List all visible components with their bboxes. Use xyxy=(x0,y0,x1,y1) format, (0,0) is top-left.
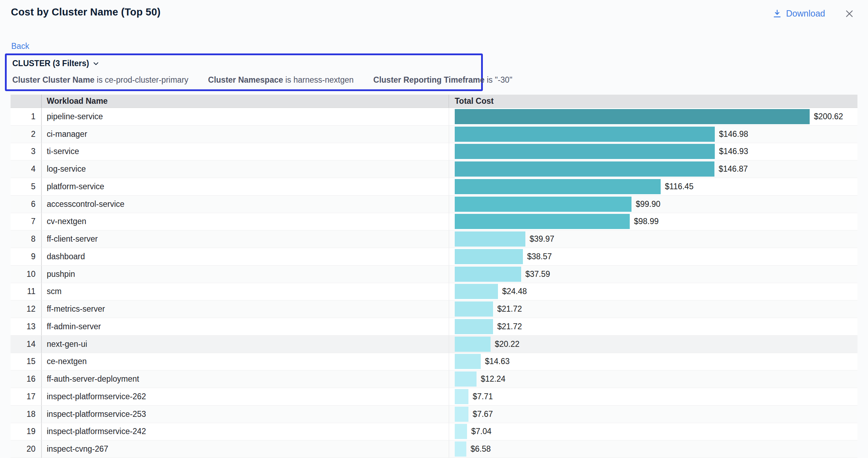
table-row[interactable]: 2 ci-manager $146.98 xyxy=(11,126,857,143)
filter-items: Cluster Cluster Name is ce-prod-cluster-… xyxy=(12,75,475,85)
cost-value: $99.90 xyxy=(636,199,660,209)
cost-bar xyxy=(455,179,661,194)
row-workload-name: pipeline-service xyxy=(42,108,449,125)
filter-operator: is xyxy=(285,75,291,84)
filter-field: Cluster Cluster Name xyxy=(12,75,95,84)
cost-bar xyxy=(455,319,493,334)
filter-chip-reporting-timeframe[interactable]: Cluster Reporting Timeframe is "-30" xyxy=(373,75,512,85)
row-total-cost: $38.57 xyxy=(449,248,857,265)
row-rank: 18 xyxy=(11,406,42,423)
row-total-cost: $99.90 xyxy=(449,196,857,213)
table-row[interactable]: 19 inspect-platformservice-242 $7.04 xyxy=(11,423,857,441)
cost-bar xyxy=(455,441,466,457)
filter-chip-cluster-name[interactable]: Cluster Cluster Name is ce-prod-cluster-… xyxy=(12,75,188,85)
filter-field: Cluster Reporting Timeframe xyxy=(373,75,485,84)
cost-bar xyxy=(455,109,810,124)
table-row[interactable]: 17 inspect-platformservice-262 $7.71 xyxy=(11,388,857,406)
table-row[interactable]: 10 pushpin $37.59 xyxy=(11,266,857,283)
filter-group-dropdown[interactable]: CLUSTER (3 Filters) xyxy=(12,59,99,68)
row-workload-name: ti-service xyxy=(42,143,449,160)
row-rank: 9 xyxy=(11,248,42,265)
row-workload-name: inspect-platformservice-242 xyxy=(42,423,449,440)
filter-operator: is xyxy=(97,75,103,84)
row-rank: 14 xyxy=(11,336,42,353)
page-title: Cost by Cluster Name (Top 50) xyxy=(11,6,161,18)
row-rank: 19 xyxy=(11,423,42,440)
row-rank: 8 xyxy=(11,230,42,248)
cost-value: $146.87 xyxy=(719,164,748,174)
table-row[interactable]: 15 ce-nextgen $14.63 xyxy=(11,353,857,371)
chevron-down-icon xyxy=(93,61,99,67)
cost-bar xyxy=(455,424,467,439)
download-label: Download xyxy=(786,8,825,19)
row-workload-name: scm xyxy=(42,283,449,300)
row-workload-name: ci-manager xyxy=(42,126,449,143)
cost-value: $12.24 xyxy=(481,374,505,384)
row-workload-name: ce-nextgen xyxy=(42,353,449,370)
table-row[interactable]: 8 ff-client-server $39.97 xyxy=(11,230,857,248)
row-total-cost: $98.99 xyxy=(449,213,857,230)
row-rank: 13 xyxy=(11,318,42,335)
table-row[interactable]: 18 inspect-platformservice-253 $7.67 xyxy=(11,406,857,423)
row-total-cost: $21.72 xyxy=(449,318,857,335)
cost-bar xyxy=(455,301,493,317)
cost-value: $146.98 xyxy=(719,129,748,139)
cost-bar xyxy=(455,407,468,422)
filter-chip-namespace[interactable]: Cluster Namespace is harness-nextgen xyxy=(208,75,354,85)
cost-value: $146.93 xyxy=(719,147,748,156)
cost-value: $37.59 xyxy=(525,269,550,279)
row-total-cost: $39.97 xyxy=(449,230,857,248)
row-total-cost: $116.45 xyxy=(449,178,857,195)
cost-value: $98.99 xyxy=(634,217,659,226)
row-rank: 20 xyxy=(11,440,42,458)
cost-bar xyxy=(455,267,521,282)
table-row[interactable]: 14 next-gen-ui $20.22 xyxy=(11,336,857,353)
row-total-cost: $7.04 xyxy=(449,423,857,440)
table-row[interactable]: 3 ti-service $146.93 xyxy=(11,143,857,161)
row-total-cost: $146.98 xyxy=(449,126,857,143)
row-workload-name: ff-client-server xyxy=(42,230,449,248)
row-rank: 1 xyxy=(11,108,42,125)
table-row[interactable]: 6 accesscontrol-service $99.90 xyxy=(11,196,857,213)
row-rank: 3 xyxy=(11,143,42,160)
cost-value: $21.72 xyxy=(497,322,522,331)
cost-bar xyxy=(455,197,631,212)
cost-value: $21.72 xyxy=(497,304,522,314)
table-header: Workload Name Total Cost xyxy=(11,95,857,108)
table-row[interactable]: 13 ff-admin-server $21.72 xyxy=(11,318,857,336)
table-row[interactable]: 1 pipeline-service $200.62 xyxy=(11,108,857,126)
cost-bar xyxy=(455,354,481,369)
table-row[interactable]: 7 cv-nextgen $98.99 xyxy=(11,213,857,231)
cost-bar xyxy=(455,249,523,264)
filter-value: ce-prod-cluster-primary xyxy=(105,75,188,84)
cost-value: $116.45 xyxy=(665,182,693,191)
cost-bar xyxy=(455,389,468,404)
table-row[interactable]: 12 ff-metrics-server $21.72 xyxy=(11,300,857,318)
row-rank: 4 xyxy=(11,160,42,178)
row-workload-name: ff-admin-server xyxy=(42,318,449,335)
row-rank: 12 xyxy=(11,300,42,318)
download-button[interactable]: Download xyxy=(772,8,825,19)
row-workload-name: log-service xyxy=(42,160,449,178)
row-rank: 7 xyxy=(11,213,42,230)
row-workload-name: platform-service xyxy=(42,178,449,195)
back-link[interactable]: Back xyxy=(11,42,29,51)
table-row[interactable]: 9 dashboard $38.57 xyxy=(11,248,857,266)
cost-value: $7.71 xyxy=(473,392,493,401)
table-row[interactable]: 20 inspect-cvng-267 $6.58 xyxy=(11,440,857,458)
row-workload-name: ff-auth-server-deployment xyxy=(42,370,449,388)
cost-bar xyxy=(455,231,525,247)
table-row[interactable]: 4 log-service $146.87 xyxy=(11,160,857,178)
table-row[interactable]: 5 platform-service $116.45 xyxy=(11,178,857,196)
close-button[interactable] xyxy=(844,8,855,19)
cost-value: $6.58 xyxy=(471,444,491,454)
cost-value: $7.67 xyxy=(473,409,493,419)
cost-value: $14.63 xyxy=(485,357,510,366)
table-row[interactable]: 11 scm $24.48 xyxy=(11,283,857,301)
filter-panel: CLUSTER (3 Filters) Cluster Cluster Name… xyxy=(5,53,483,91)
row-rank: 6 xyxy=(11,196,42,213)
filter-value: harness-nextgen xyxy=(293,75,354,84)
row-workload-name: ff-metrics-server xyxy=(42,300,449,318)
column-header-total-cost: Total Cost xyxy=(449,95,857,108)
table-row[interactable]: 16 ff-auth-server-deployment $12.24 xyxy=(11,370,857,388)
